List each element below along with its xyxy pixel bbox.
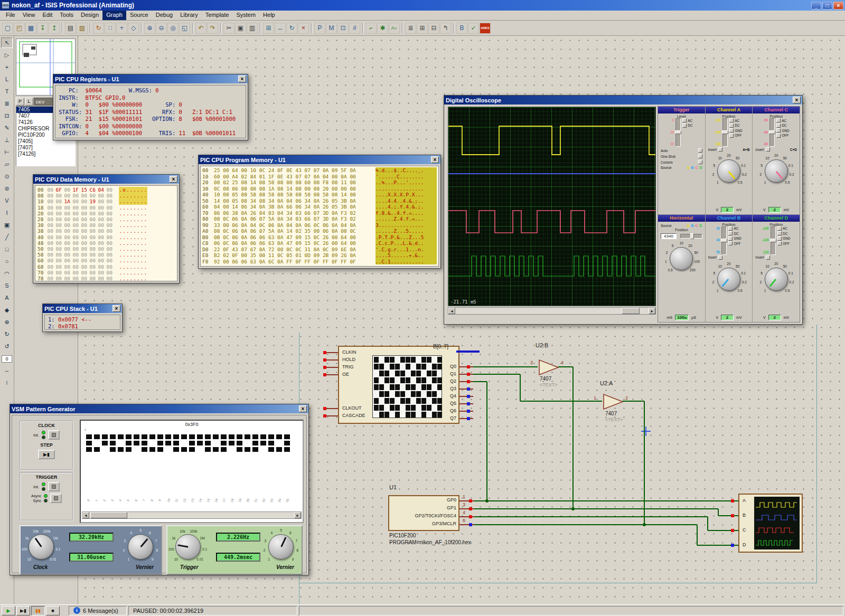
menu-edit[interactable]: Edit [39, 11, 56, 20]
block-rotate-button[interactable]: ↻ [286, 23, 297, 34]
program-memory-window[interactable]: PIC CPU Program Memory - U1 × 0025 00 64… [198, 155, 441, 269]
pattern-cell[interactable] [157, 441, 163, 446]
channel-c-off-button[interactable] [776, 134, 781, 138]
new-design-button[interactable]: ▢ [2, 23, 13, 34]
pattern-cell[interactable] [205, 434, 211, 439]
pattern-cell[interactable] [118, 434, 124, 439]
toggle-grid-button[interactable]: ∷ [105, 23, 116, 34]
junction-dot-mode[interactable]: + [1, 62, 13, 72]
menu-graph[interactable]: Graph [102, 11, 126, 20]
trigger-slider[interactable] [675, 118, 681, 147]
knob[interactable]: 123456789 [261, 527, 301, 565]
pattern-cell[interactable] [134, 434, 139, 439]
graph-mode[interactable]: ▱ [1, 159, 13, 169]
pattern-cell[interactable] [173, 441, 179, 446]
pattern-cell[interactable] [94, 434, 100, 439]
2d-markers-mode[interactable]: ⊕ [1, 317, 13, 327]
2d-symbols-mode[interactable]: ◆ [1, 305, 13, 315]
pattern-cell[interactable] [189, 447, 195, 452]
slider-thumb[interactable] [722, 130, 728, 134]
selection-mode[interactable]: ↖ [1, 37, 13, 48]
registers-titlebar[interactable]: PIC CPU Registers - U1 × [53, 74, 248, 83]
channel-d-gnd-button[interactable] [777, 236, 782, 241]
menu-design[interactable]: Design [77, 11, 102, 20]
pattern-cell[interactable] [189, 441, 195, 446]
stack-window[interactable]: PIC CPU Stack - U1 × 1: 0x0077 <--2: 0x0… [42, 304, 123, 332]
scroll-thumb[interactable] [90, 512, 127, 518]
pan-display-button[interactable]: ◇ [128, 23, 139, 34]
trigger-sync-button[interactable] [50, 494, 62, 503]
wire[interactable] [520, 401, 602, 402]
channel-b-off-button[interactable] [728, 241, 733, 245]
pattern-cell[interactable] [181, 447, 187, 452]
buffer-symbol-u2a[interactable] [602, 393, 624, 411]
channel-a-slider[interactable] [722, 118, 728, 147]
pattern-cell[interactable] [237, 434, 242, 439]
pattern-cell[interactable] [268, 434, 274, 439]
scroll-right-arrow[interactable]: ▸ [294, 512, 301, 518]
knob[interactable]: 0.5125102050100200 [663, 240, 700, 276]
rotate-anticlockwise[interactable]: ↺ [1, 341, 13, 352]
wire-label-mode[interactable]: L [1, 74, 13, 84]
pattern-cell[interactable] [276, 434, 282, 439]
channel-b-gnd-button[interactable] [728, 236, 733, 241]
data-memory-titlebar[interactable]: PIC CPU Data Memory - U1 × [33, 175, 179, 184]
wire[interactable] [473, 374, 520, 375]
close-icon[interactable]: × [431, 156, 439, 163]
electrical-rule-check-button[interactable]: ✓ [468, 23, 479, 34]
x-mirror[interactable]: ↔ [1, 365, 13, 375]
pattern-cell[interactable] [165, 441, 171, 446]
knob[interactable]: 1251020500.10.20.5 [758, 261, 795, 297]
source-letter-a[interactable]: A [687, 166, 689, 169]
zoom-all-button[interactable]: ◎ [167, 23, 179, 34]
pattern-cell[interactable] [86, 441, 92, 446]
copy-button[interactable]: ▣ [235, 23, 246, 34]
channel-a-off-button[interactable] [729, 134, 734, 138]
channel-c-gnd-button[interactable] [776, 128, 781, 132]
pattern-cell[interactable] [173, 447, 179, 452]
component-mode[interactable]: ▷ [1, 50, 13, 60]
wire[interactable] [644, 401, 645, 525]
pattern-cell[interactable] [181, 434, 187, 439]
pattern-cell[interactable] [284, 441, 290, 446]
zoom-in-button[interactable]: ⊕ [144, 23, 155, 34]
2d-path-mode[interactable]: S [1, 280, 13, 291]
pattern-cell[interactable] [142, 441, 147, 446]
undo-button[interactable]: ↶ [195, 23, 206, 34]
false-origin-button[interactable]: + [116, 23, 127, 34]
block-move-button[interactable]: ↔ [275, 23, 286, 34]
search-and-tag-button[interactable]: ✱ [377, 23, 388, 34]
pattern-cell[interactable] [110, 434, 116, 439]
knob[interactable]: 1251020500.10.20.5 [710, 261, 747, 297]
wire[interactable] [474, 524, 697, 525]
channel-c-slider[interactable] [769, 118, 775, 147]
registers-window[interactable]: PIC CPU Registers - U1 × PC: $0064 W.MSG… [53, 74, 248, 140]
wire[interactable] [697, 525, 698, 545]
horizontal-position-slider[interactable] [680, 234, 702, 239]
print-design-button[interactable]: ▤ [65, 23, 76, 34]
source-letter-c[interactable]: C [696, 166, 698, 169]
close-icon[interactable]: × [112, 305, 120, 312]
wire[interactable] [623, 401, 644, 402]
selector-p-button[interactable]: P [16, 98, 24, 106]
close-icon[interactable]: × [238, 75, 246, 82]
pattern-cell[interactable] [110, 441, 116, 446]
oscilloscope-titlebar[interactable]: Digital Oscilloscope × [444, 96, 802, 105]
2d-box-mode[interactable]: □ [1, 244, 13, 254]
menu-source[interactable]: Source [126, 11, 152, 20]
channel-d-off-button[interactable] [777, 241, 782, 245]
invert-button[interactable] [718, 255, 722, 260]
pause-button[interactable]: ▮▮ [31, 606, 45, 615]
channel-d-ac-button[interactable] [777, 226, 782, 231]
pattern-cell[interactable] [268, 441, 274, 446]
pattern-cell[interactable] [252, 434, 258, 439]
pattern-cell[interactable] [189, 434, 195, 439]
paste-button[interactable]: ▥ [247, 23, 258, 34]
menu-file[interactable]: File [2, 11, 19, 20]
knob[interactable]: 101001k10k100k1M0.10.01 [22, 527, 61, 565]
decompose-button[interactable]: # [349, 23, 360, 34]
knob[interactable]: 101001k10k100k1M0.10.01 [168, 527, 208, 565]
pattern-cell[interactable] [213, 434, 219, 439]
close-icon[interactable]: × [793, 97, 801, 103]
maximize-button[interactable]: □ [822, 2, 832, 10]
